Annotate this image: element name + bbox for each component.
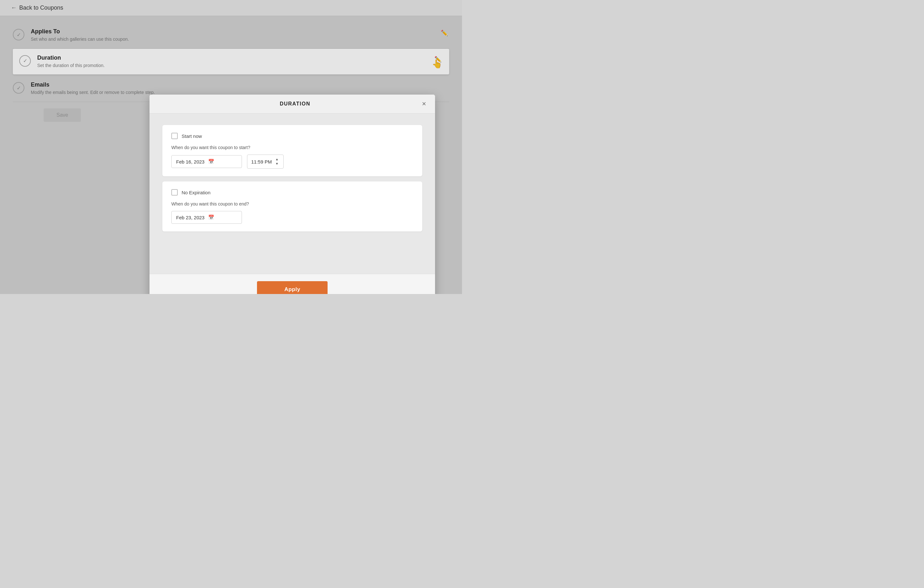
modal-header: DURATION × — [150, 95, 435, 114]
apply-button[interactable]: Apply — [257, 281, 328, 294]
start-calendar-icon[interactable]: 📅 — [208, 159, 237, 165]
duration-modal: DURATION × Start now When do you want th… — [150, 95, 435, 294]
no-expiration-checkbox[interactable] — [171, 189, 178, 196]
end-calendar-icon[interactable]: 📅 — [208, 214, 237, 220]
start-now-label: Start now — [182, 133, 202, 139]
no-expiration-label: No Expiration — [182, 190, 210, 195]
end-date-input[interactable]: Feb 23, 2023 📅 — [171, 211, 242, 224]
start-now-checkbox[interactable] — [171, 133, 178, 139]
start-time-value: 11:59 PM — [251, 159, 272, 165]
end-date-value: Feb 23, 2023 — [176, 215, 205, 220]
start-date-card: Start now When do you want this coupon t… — [162, 125, 422, 176]
time-down-button[interactable]: ▼ — [274, 162, 279, 166]
modal-close-button[interactable]: × — [422, 100, 426, 107]
modal-body: Start now When do you want this coupon t… — [150, 114, 435, 274]
start-time-input[interactable]: 11:59 PM ▲ ▼ — [247, 155, 284, 169]
end-date-card: No Expiration When do you want this coup… — [162, 181, 422, 232]
modal-title: DURATION — [168, 101, 422, 107]
start-date-time-row: Feb 16, 2023 📅 11:59 PM ▲ ▼ — [171, 155, 413, 169]
time-spinners: ▲ ▼ — [274, 157, 279, 166]
end-question: When do you want this coupon to end? — [171, 201, 413, 206]
start-question: When do you want this coupon to start? — [171, 145, 413, 150]
start-now-row: Start now — [171, 133, 413, 139]
modal-footer: Apply — [150, 274, 435, 294]
no-expiration-row: No Expiration — [171, 189, 413, 196]
start-date-value: Feb 16, 2023 — [176, 159, 205, 165]
start-date-input[interactable]: Feb 16, 2023 📅 — [171, 155, 242, 168]
time-up-button[interactable]: ▲ — [274, 157, 279, 161]
